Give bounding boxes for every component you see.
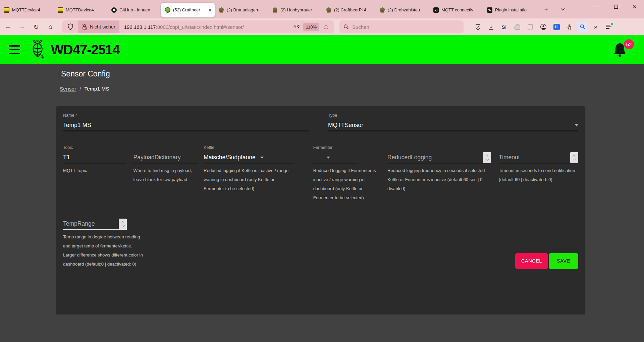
kettle-select[interactable]: Maische/Sudpfanne: [204, 152, 294, 163]
minimize-button[interactable]: —: [588, 0, 606, 13]
payload-dictionary-input[interactable]: PayloadDictionary: [133, 152, 199, 163]
gesture-hand-icon[interactable]: [565, 22, 575, 32]
reduced-logging-field: ReducedLogging Reduced logging frequency…: [387, 145, 491, 202]
timeout-input[interactable]: Timeout: [499, 152, 578, 163]
tab-github[interactable]: GitHub - Innuen: [107, 3, 161, 17]
close-button[interactable]: ×: [625, 0, 644, 13]
forum-favicon: [219, 7, 224, 13]
topic-input[interactable]: T1: [63, 152, 126, 163]
temp-range-field: TempRange Temp range in degree between r…: [63, 218, 144, 269]
tab-plugin-installation[interactable]: Plugin installatio: [483, 3, 537, 17]
overflow-chevrons-icon[interactable]: »: [591, 22, 601, 32]
tab-drehzahlsteuerung[interactable]: (2) Drehzahlsteu: [376, 3, 429, 17]
bookmark-star-icon[interactable]: ☆: [321, 22, 331, 32]
form-actions: CANCEL SAVE: [515, 253, 578, 269]
app-menu-icon[interactable]: [604, 22, 614, 32]
url-bar[interactable]: Nicht sicher 192.168.1.117:8000/cbpi_ui/…: [62, 20, 334, 33]
restore-button[interactable]: [606, 0, 625, 13]
url-host: 192.168.1.117: [124, 24, 156, 30]
tab-title: Plugin installatio: [495, 7, 534, 12]
cancel-button[interactable]: CANCEL: [515, 253, 548, 269]
fermenter-select[interactable]: [313, 152, 358, 163]
mqttdevice-favicon: [4, 7, 9, 13]
restore-icon: [614, 5, 618, 9]
tab-title: (2) Hobbybrauer: [280, 7, 319, 12]
svg-text:A: A: [293, 24, 296, 29]
page-title: Sensor Config: [60, 69, 644, 78]
app-title: WD47-2514: [51, 42, 119, 57]
home-button[interactable]: ⌂: [44, 21, 56, 33]
tab-craftbeerpi-active[interactable]: (52) Craftbeer ×: [161, 3, 215, 17]
name-input[interactable]: Temp1 MS: [63, 120, 309, 131]
fermenter-field-label: Fermenter: [313, 145, 383, 152]
hamburger-menu-icon[interactable]: [9, 45, 20, 54]
tab-mqttdevice4-2[interactable]: MQTTDevice4: [54, 3, 107, 17]
url-text[interactable]: 192.168.1.117:8000/cbpi_ui/static/index.…: [124, 24, 292, 30]
notification-count-badge: 52: [624, 39, 634, 49]
tab-mqtt-connectivity[interactable]: MQTT connectiv: [429, 3, 483, 17]
shield-icon[interactable]: [66, 22, 75, 32]
account-icon[interactable]: [538, 22, 548, 32]
notifications-bell[interactable]: 52: [612, 41, 631, 60]
menu-notification-dot: [611, 23, 613, 25]
dropdown-arrow-icon: [260, 157, 264, 159]
doc-favicon: [433, 7, 439, 13]
sidebar-extension-icon[interactable]: II: [551, 22, 561, 32]
tab-title: MQTTDevice4: [12, 7, 51, 12]
ghostery-extension-icon[interactable]: [512, 22, 522, 32]
window-controls: — ×: [588, 0, 644, 13]
sensor-config-card: Name * Temp1 MS Type MQTTSensor Topic T1…: [56, 106, 585, 314]
mqttdevice-favicon: [58, 7, 63, 13]
number-spinner[interactable]: [119, 219, 127, 229]
stylish-extension-icon[interactable]: S!: [499, 22, 509, 32]
search-bar[interactable]: Suchen: [339, 20, 464, 33]
container-extension-icon[interactable]: [525, 22, 535, 32]
tab-title: (52) Craftbeer: [173, 7, 208, 12]
list-tabs-chevron-icon[interactable]: [557, 4, 568, 15]
payload-dictionary-helper-text: Where to find msg in payload, leave blan…: [133, 166, 199, 184]
dropdown-arrow-icon: [327, 157, 330, 159]
number-spinner[interactable]: [570, 152, 578, 163]
timeout-helper-text: Timeout in seconds to send notification …: [499, 166, 578, 184]
save-button[interactable]: SAVE: [549, 253, 578, 269]
number-spinner[interactable]: [483, 152, 491, 163]
type-select[interactable]: MQTTSensor: [328, 120, 578, 131]
forum-favicon: [380, 7, 385, 13]
breadcrumb-sensor-link[interactable]: Sensor: [60, 86, 76, 92]
github-favicon: [111, 7, 117, 13]
insecure-lock-icon: [82, 24, 87, 30]
dropdown-arrow-icon: [575, 124, 578, 126]
search-addon-icon[interactable]: [578, 22, 588, 32]
tab-mqttdevice4-1[interactable]: MQTTDevice4: [0, 3, 54, 17]
pocket-shield-icon[interactable]: [473, 22, 483, 32]
temp-range-helper-text: Temp range in degree between reading and…: [63, 232, 144, 269]
forward-button[interactable]: →: [16, 21, 28, 33]
downloads-icon[interactable]: [486, 22, 496, 32]
tab-craftbeerpi4-forum[interactable]: (2) CraftbeerPi 4: [322, 3, 376, 17]
hop-logo-icon: [29, 40, 46, 60]
new-tab-button[interactable]: +: [541, 4, 551, 15]
translate-icon[interactable]: A: [292, 22, 301, 32]
kettle-field: Kettle Maische/Sudpfanne Reduced logging…: [204, 145, 294, 202]
reduced-logging-input[interactable]: ReducedLogging: [387, 152, 491, 163]
reload-button[interactable]: ↻: [30, 21, 42, 33]
kettle-field-label: Kettle: [204, 145, 294, 152]
security-chip[interactable]: Nicht sicher: [78, 20, 119, 33]
reduced-logging-helper-text: Reduced logging frequency in seconds if …: [387, 166, 491, 193]
tab-title: MQTTDevice4: [66, 7, 105, 12]
tab-close-icon[interactable]: ×: [208, 7, 212, 13]
back-button[interactable]: ←: [2, 21, 14, 33]
breadcrumb: Sensor / Temp1 MS: [60, 86, 644, 92]
browser-tab-bar: MQTTDevice4 MQTTDevice4 GitHub - Innuen …: [0, 0, 644, 18]
tab-brauanlagen[interactable]: (2) Brauanlagen-: [215, 3, 268, 17]
breadcrumb-divider: [59, 96, 585, 96]
payload-dictionary-field: PayloadDictionary Where to find msg in p…: [133, 145, 199, 202]
temp-range-input[interactable]: TempRange: [63, 218, 127, 230]
zoom-level-badge[interactable]: 110%: [303, 23, 319, 31]
search-icon: [343, 24, 349, 30]
forum-favicon: [326, 7, 331, 13]
topic-field-label: Topic: [63, 145, 126, 152]
search-placeholder: Suchen: [352, 24, 369, 30]
tab-hobbybrauer[interactable]: (2) Hobbybrauer: [268, 3, 322, 17]
breadcrumb-current: Temp1 MS: [84, 86, 109, 92]
